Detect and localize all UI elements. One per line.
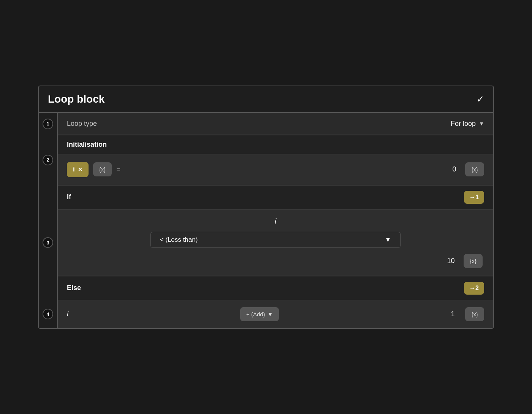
condition-value: 10	[447, 257, 454, 265]
condition-operator-arrow: ▼	[385, 236, 391, 244]
init-value-var-btn[interactable]: {x}	[465, 162, 484, 176]
panel-title: Loop block	[48, 93, 104, 105]
if-header: If →1	[58, 185, 493, 209]
loop-block-panel: Loop block ✓ 1 Loop type For loop ▼ 2 In…	[38, 86, 494, 329]
var-i-close[interactable]: ✕	[78, 167, 82, 173]
loop-type-content: Loop type For loop ▼	[57, 113, 493, 135]
loop-type-arrow: ▼	[479, 121, 484, 127]
condition-operator-dropdown[interactable]: < (Less than) ▼	[150, 232, 401, 248]
step-circle-3: 3	[43, 237, 53, 248]
step-circle-2: 2	[43, 155, 53, 165]
step-1-number: 1	[39, 113, 57, 135]
increment-value: 1	[451, 310, 454, 318]
increment-operator-label: + (Add)	[246, 311, 265, 317]
if-label: If	[67, 193, 71, 201]
if-content: If →1 i < (Less than) ▼ 10 {x} Else →2	[57, 185, 493, 300]
if-row: 3 If →1 i < (Less than) ▼ 10 {x}	[39, 185, 493, 300]
initialisation-content: Initialisation i ✕ {x} = 0 {x}	[57, 135, 493, 185]
increment-content: i + (Add) ▼ 1 {x}	[57, 300, 493, 328]
increment-operator-btn[interactable]: + (Add) ▼	[240, 307, 279, 321]
increment-row: 4 i + (Add) ▼ 1 {x}	[39, 300, 493, 328]
condition-var-btn[interactable]: {x}	[464, 254, 483, 268]
increment-inputs: i + (Add) ▼ 1 {x}	[58, 300, 493, 328]
loop-type-row: 1 Loop type For loop ▼	[39, 113, 493, 135]
else-label: Else	[67, 284, 81, 292]
init-value: 0	[452, 165, 456, 173]
var-i-label: i	[73, 166, 75, 173]
loop-type-value: For loop	[451, 120, 476, 128]
if-arrow-badge[interactable]: →1	[464, 191, 484, 204]
step-4-number: 4	[39, 300, 57, 328]
initialisation-header: Initialisation	[58, 135, 493, 154]
var-placeholder-btn[interactable]: {x}	[93, 162, 112, 176]
loop-type-label: Loop type	[67, 120, 97, 128]
panel-header: Loop block ✓	[39, 86, 493, 113]
var-i-tag[interactable]: i ✕	[67, 162, 89, 177]
increment-operator-arrow: ▼	[268, 311, 273, 317]
else-header: Else →2	[58, 276, 493, 300]
else-arrow-badge[interactable]: →2	[464, 282, 484, 295]
condition-value-row: 10 {x}	[67, 254, 484, 268]
confirm-button[interactable]: ✓	[477, 94, 484, 105]
step-2-number: 2	[39, 135, 57, 185]
loop-type-dropdown[interactable]: For loop ▼	[451, 120, 484, 128]
condition-operator-label: < (Less than)	[160, 236, 198, 244]
initialisation-title: Initialisation	[67, 141, 107, 148]
increment-var: i	[67, 310, 68, 318]
step-circle-1: 1	[43, 119, 53, 129]
step-circle-4: 4	[43, 309, 53, 319]
step-3-number: 3	[39, 185, 57, 300]
increment-var-btn[interactable]: {x}	[465, 307, 484, 321]
condition-area: i < (Less than) ▼ 10 {x}	[58, 209, 493, 276]
condition-var-i: i	[275, 217, 276, 226]
loop-type-selector: Loop type For loop ▼	[58, 113, 493, 135]
initialisation-inputs: i ✕ {x} = 0 {x}	[58, 154, 493, 185]
equals-sign: =	[116, 165, 120, 173]
initialisation-row: 2 Initialisation i ✕ {x} = 0 {x}	[39, 135, 493, 185]
